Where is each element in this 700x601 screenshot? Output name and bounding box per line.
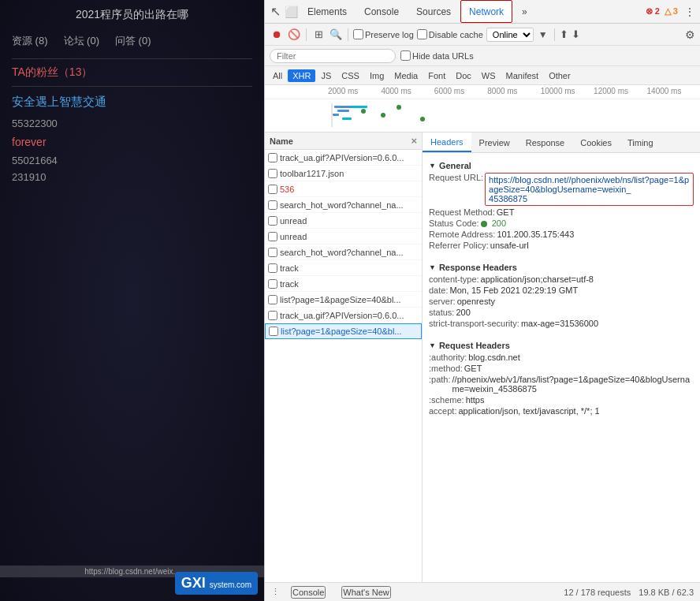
type-xhr[interactable]: XHR	[288, 69, 315, 82]
req-name: 536	[280, 185, 419, 194]
timeline-area: 2000 ms 4000 ms 6000 ms 8000 ms 10000 ms…	[265, 85, 700, 133]
type-filter-bar: All XHR JS CSS Img Media Font Doc WS Man…	[265, 66, 700, 85]
request-item[interactable]: toolbar1217.json	[265, 166, 422, 181]
req-checkbox[interactable]	[268, 279, 277, 289]
authority-row: :authority: blog.csdn.net	[429, 353, 694, 362]
req-checkbox[interactable]	[269, 327, 278, 336]
mark-6000: 6000 ms	[434, 87, 487, 99]
tab-more[interactable]: »	[514, 0, 535, 23]
detail-tabs: Headers Preview Response Cookies Timing	[423, 133, 700, 153]
type-ws[interactable]: WS	[477, 69, 501, 82]
type-css[interactable]: CSS	[337, 69, 364, 82]
throttle-arrow[interactable]: ▼	[537, 29, 549, 40]
filter-icon[interactable]: ⊞	[311, 28, 326, 42]
request-item[interactable]: track	[265, 260, 422, 276]
content-type-key: content-type:	[429, 274, 479, 284]
tab-response[interactable]: Response	[518, 133, 573, 152]
settings-icon[interactable]: ⚙	[685, 28, 695, 41]
req-checkbox[interactable]	[268, 169, 277, 178]
tab-elements[interactable]: Elements	[300, 0, 355, 23]
status-code-key: Status Code:	[429, 218, 479, 228]
record-button[interactable]: ⏺	[270, 28, 284, 42]
hide-data-urls-label[interactable]: Hide data URLs	[400, 50, 474, 61]
request-item-536[interactable]: 536	[265, 181, 422, 197]
requests-header: Name ×	[265, 133, 422, 150]
request-item-selected[interactable]: list?page=1&pageSize=40&bl...	[265, 323, 422, 339]
req-checkbox[interactable]	[268, 295, 277, 304]
req-checkbox[interactable]	[268, 216, 277, 226]
cursor-icon[interactable]: ↖	[268, 5, 282, 19]
type-manifest[interactable]: Manifest	[501, 69, 544, 82]
mark-4000: 4000 ms	[381, 87, 434, 99]
search-icon[interactable]: 🔍	[329, 28, 343, 42]
filter-input[interactable]	[270, 49, 396, 63]
req-name: track	[280, 279, 419, 289]
referrer-policy-row: Referrer Policy: unsafe-url	[429, 241, 694, 250]
request-method-row: Request Method: GET	[429, 207, 694, 217]
type-img[interactable]: Img	[365, 69, 389, 82]
request-item[interactable]: list?page=1&pageSize=40&bl...	[265, 292, 422, 308]
timeline-svg	[328, 99, 698, 131]
tab-cookies[interactable]: Cookies	[572, 133, 620, 152]
clear-button[interactable]: 🚫	[287, 28, 301, 42]
preserve-log-checkbox[interactable]	[353, 29, 363, 39]
type-other[interactable]: Other	[544, 69, 575, 82]
tab-sources[interactable]: Sources	[408, 0, 459, 23]
request-item[interactable]: unread	[265, 229, 422, 245]
type-all[interactable]: All	[268, 69, 287, 82]
throttle-select[interactable]: Online	[486, 28, 534, 42]
article-title: 安全遇上智慧交通	[12, 95, 252, 110]
server-row: server: openresty	[429, 297, 694, 306]
disable-cache-label[interactable]: Disable cache	[417, 29, 483, 39]
close-panel-button[interactable]: ×	[411, 135, 417, 147]
page-title: 2021程序员的出路在哪	[12, 8, 252, 22]
type-doc[interactable]: Doc	[451, 69, 476, 82]
req-name: track_ua.gif?APIVersion=0.6.0...	[280, 311, 419, 320]
req-checkbox[interactable]	[268, 232, 277, 241]
request-item[interactable]: track	[265, 276, 422, 292]
tab-timing[interactable]: Timing	[620, 133, 661, 152]
tab-console[interactable]: Console	[356, 0, 407, 23]
req-checkbox[interactable]	[268, 248, 277, 257]
tab-network[interactable]: Network	[460, 0, 512, 23]
req-checkbox[interactable]	[268, 153, 277, 162]
warn-badge: △ 3	[665, 6, 678, 17]
hide-data-urls-checkbox[interactable]	[400, 50, 411, 61]
upload-icon[interactable]: ⬆	[560, 28, 568, 40]
svg-point-6	[361, 109, 366, 114]
whatsnew-tab-button[interactable]: What's New	[341, 586, 390, 599]
req-checkbox[interactable]	[268, 200, 277, 210]
remote-address-key: Remote Address:	[429, 230, 495, 239]
req-checkbox[interactable]	[268, 311, 277, 320]
disable-cache-checkbox[interactable]	[417, 29, 427, 39]
devtools-badges: ⊗ 2 △ 3 ⋮	[646, 5, 697, 19]
device-icon[interactable]: ⬜	[284, 5, 298, 19]
bottom-bar: ⋮ Console What's New 12 / 178 requests 1…	[265, 582, 700, 601]
request-item[interactable]: search_hot_word?channel_na...	[265, 197, 422, 213]
request-item[interactable]: track_ua.gif?APIVersion=0.6.0...	[265, 150, 422, 166]
console-tab-button[interactable]: Console	[291, 586, 326, 599]
request-method-key: Request Method:	[429, 207, 495, 217]
tab-preview[interactable]: Preview	[471, 133, 518, 152]
user-id-1: 55322300	[12, 118, 252, 129]
preserve-log-label[interactable]: Preserve log	[353, 29, 414, 39]
req-checkbox[interactable]	[268, 263, 277, 273]
request-item[interactable]: unread	[265, 213, 422, 229]
more-options-icon[interactable]: ⋮	[683, 5, 697, 19]
timeline-bars	[265, 99, 700, 133]
download-icon[interactable]: ⬇	[572, 28, 580, 40]
stats-bar: 资源 (8) 论坛 (0) 问答 (0)	[12, 30, 252, 52]
request-item[interactable]: search_hot_word?channel_na...	[265, 245, 422, 260]
status-row: status: 200	[429, 308, 694, 317]
type-js[interactable]: JS	[316, 69, 336, 82]
path-value: //phoenix/web/v1/fans/list?page=1&pageSi…	[452, 375, 694, 394]
preserve-log-text: Preserve log	[365, 30, 414, 39]
type-font[interactable]: Font	[423, 69, 450, 82]
mark-12000: 12000 ms	[594, 87, 646, 99]
req-name: track_ua.gif?APIVersion=0.6.0...	[280, 153, 419, 162]
devtools-panel: ↖ ⬜ Elements Console Sources Network » ⊗…	[264, 0, 700, 601]
tab-headers[interactable]: Headers	[423, 133, 471, 152]
req-checkbox[interactable]	[268, 185, 277, 194]
type-media[interactable]: Media	[389, 69, 423, 82]
request-item[interactable]: track_ua.gif?APIVersion=0.6.0...	[265, 308, 422, 323]
